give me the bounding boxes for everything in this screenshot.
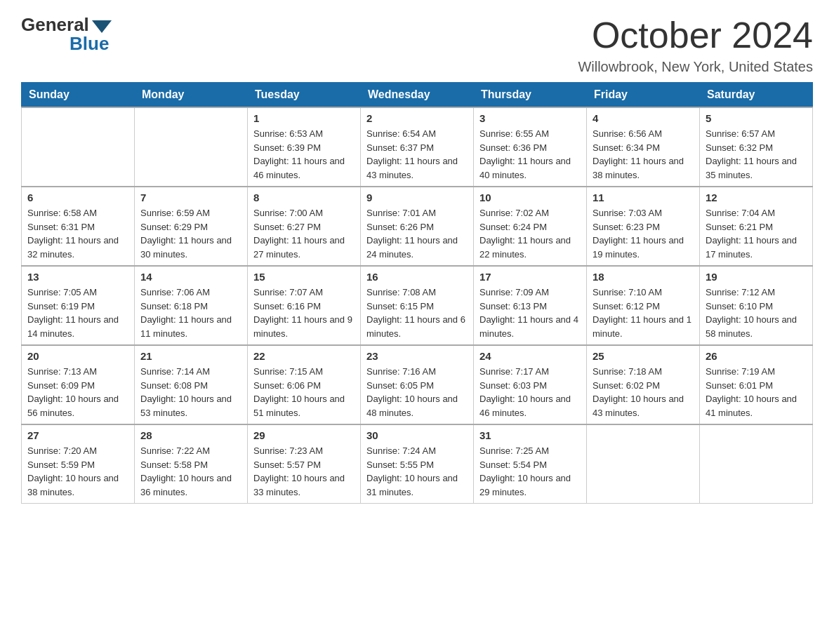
- calendar-cell: 15Sunrise: 7:07 AMSunset: 6:16 PMDayligh…: [248, 266, 361, 345]
- calendar-cell: [700, 424, 813, 504]
- day-info: Sunrise: 6:54 AMSunset: 6:37 PMDaylight:…: [366, 127, 468, 182]
- calendar-week-row: 6Sunrise: 6:58 AMSunset: 6:31 PMDaylight…: [22, 187, 813, 266]
- day-number: 23: [366, 350, 468, 362]
- calendar-cell: 3Sunrise: 6:55 AMSunset: 6:36 PMDaylight…: [474, 107, 587, 187]
- day-info: Sunrise: 7:10 AMSunset: 6:12 PMDaylight:…: [593, 286, 694, 340]
- day-number: 26: [706, 350, 807, 362]
- day-info: Sunrise: 7:01 AMSunset: 6:26 PMDaylight:…: [366, 206, 468, 261]
- calendar-cell: 5Sunrise: 6:57 AMSunset: 6:32 PMDaylight…: [700, 107, 813, 187]
- day-number: 29: [253, 429, 355, 441]
- calendar-cell: 14Sunrise: 7:06 AMSunset: 6:18 PMDayligh…: [135, 266, 248, 345]
- calendar-cell: 27Sunrise: 7:20 AMSunset: 5:59 PMDayligh…: [22, 424, 135, 504]
- day-info: Sunrise: 7:18 AMSunset: 6:02 PMDaylight:…: [593, 365, 694, 420]
- day-info: Sunrise: 7:24 AMSunset: 5:55 PMDaylight:…: [366, 444, 468, 499]
- calendar-cell: 12Sunrise: 7:04 AMSunset: 6:21 PMDayligh…: [700, 187, 813, 266]
- day-info: Sunrise: 7:20 AMSunset: 5:59 PMDaylight:…: [27, 444, 128, 499]
- calendar-cell: 23Sunrise: 7:16 AMSunset: 6:05 PMDayligh…: [361, 345, 474, 424]
- day-info: Sunrise: 7:17 AMSunset: 6:03 PMDaylight:…: [479, 365, 581, 420]
- calendar-cell: 4Sunrise: 6:56 AMSunset: 6:34 PMDaylight…: [587, 107, 700, 187]
- day-info: Sunrise: 6:53 AMSunset: 6:39 PMDaylight:…: [253, 127, 355, 182]
- logo-spacer: [22, 33, 68, 55]
- day-of-week-header: Saturday: [700, 83, 813, 108]
- day-number: 15: [253, 271, 355, 283]
- day-number: 10: [479, 192, 581, 203]
- day-number: 20: [27, 350, 128, 362]
- day-info: Sunrise: 6:59 AMSunset: 6:29 PMDaylight:…: [140, 206, 241, 261]
- calendar-week-row: 1Sunrise: 6:53 AMSunset: 6:39 PMDaylight…: [22, 107, 813, 187]
- calendar-cell: 13Sunrise: 7:05 AMSunset: 6:19 PMDayligh…: [22, 266, 135, 345]
- day-info: Sunrise: 7:04 AMSunset: 6:21 PMDaylight:…: [706, 206, 807, 261]
- day-of-week-header: Wednesday: [361, 83, 474, 108]
- day-number: 13: [27, 271, 128, 283]
- calendar-cell: 31Sunrise: 7:25 AMSunset: 5:54 PMDayligh…: [474, 424, 587, 504]
- page-header: General Blue October 2024 Willowbrook, N…: [21, 14, 813, 75]
- day-of-week-header: Tuesday: [248, 83, 361, 108]
- calendar-cell: [135, 107, 248, 187]
- day-of-week-header: Friday: [587, 83, 700, 108]
- calendar-cell: 22Sunrise: 7:15 AMSunset: 6:06 PMDayligh…: [248, 345, 361, 424]
- day-number: 11: [593, 192, 694, 203]
- day-number: 3: [479, 112, 581, 124]
- day-number: 24: [479, 350, 581, 362]
- calendar-cell: 17Sunrise: 7:09 AMSunset: 6:13 PMDayligh…: [474, 266, 587, 345]
- day-info: Sunrise: 7:19 AMSunset: 6:01 PMDaylight:…: [706, 365, 807, 420]
- day-info: Sunrise: 7:00 AMSunset: 6:27 PMDaylight:…: [253, 206, 355, 261]
- day-info: Sunrise: 7:12 AMSunset: 6:10 PMDaylight:…: [706, 286, 807, 340]
- calendar-cell: 2Sunrise: 6:54 AMSunset: 6:37 PMDaylight…: [361, 107, 474, 187]
- day-number: 2: [366, 112, 468, 124]
- logo: General Blue: [21, 14, 112, 55]
- title-area: October 2024 Willowbrook, New York, Unit…: [578, 14, 813, 75]
- calendar-cell: 7Sunrise: 6:59 AMSunset: 6:29 PMDaylight…: [135, 187, 248, 266]
- day-number: 18: [593, 271, 694, 283]
- day-info: Sunrise: 7:25 AMSunset: 5:54 PMDaylight:…: [479, 444, 581, 499]
- calendar-cell: 30Sunrise: 7:24 AMSunset: 5:55 PMDayligh…: [361, 424, 474, 504]
- calendar-cell: 25Sunrise: 7:18 AMSunset: 6:02 PMDayligh…: [587, 345, 700, 424]
- day-info: Sunrise: 6:57 AMSunset: 6:32 PMDaylight:…: [706, 127, 807, 182]
- day-of-week-header: Thursday: [474, 83, 587, 108]
- calendar-table: SundayMondayTuesdayWednesdayThursdayFrid…: [21, 82, 813, 504]
- day-number: 8: [253, 192, 355, 203]
- calendar-cell: 29Sunrise: 7:23 AMSunset: 5:57 PMDayligh…: [248, 424, 361, 504]
- day-number: 4: [593, 112, 694, 124]
- calendar-cell: 8Sunrise: 7:00 AMSunset: 6:27 PMDaylight…: [248, 187, 361, 266]
- calendar-cell: 16Sunrise: 7:08 AMSunset: 6:15 PMDayligh…: [361, 266, 474, 345]
- calendar-location: Willowbrook, New York, United States: [578, 59, 813, 75]
- calendar-cell: 24Sunrise: 7:17 AMSunset: 6:03 PMDayligh…: [474, 345, 587, 424]
- calendar-cell: 20Sunrise: 7:13 AMSunset: 6:09 PMDayligh…: [22, 345, 135, 424]
- day-info: Sunrise: 7:14 AMSunset: 6:08 PMDaylight:…: [140, 365, 241, 420]
- day-info: Sunrise: 6:55 AMSunset: 6:36 PMDaylight:…: [479, 127, 581, 182]
- calendar-cell: 6Sunrise: 6:58 AMSunset: 6:31 PMDaylight…: [22, 187, 135, 266]
- calendar-cell: 26Sunrise: 7:19 AMSunset: 6:01 PMDayligh…: [700, 345, 813, 424]
- day-number: 16: [366, 271, 468, 283]
- day-number: 14: [140, 271, 241, 283]
- day-info: Sunrise: 7:07 AMSunset: 6:16 PMDaylight:…: [253, 286, 355, 340]
- day-number: 5: [706, 112, 807, 124]
- day-number: 17: [479, 271, 581, 283]
- calendar-week-row: 20Sunrise: 7:13 AMSunset: 6:09 PMDayligh…: [22, 345, 813, 424]
- day-number: 25: [593, 350, 694, 362]
- day-of-week-header: Monday: [135, 83, 248, 108]
- day-info: Sunrise: 7:09 AMSunset: 6:13 PMDaylight:…: [479, 286, 581, 340]
- day-info: Sunrise: 7:02 AMSunset: 6:24 PMDaylight:…: [479, 206, 581, 261]
- day-number: 28: [140, 429, 241, 441]
- day-info: Sunrise: 7:15 AMSunset: 6:06 PMDaylight:…: [253, 365, 355, 420]
- day-info: Sunrise: 7:16 AMSunset: 6:05 PMDaylight:…: [366, 365, 468, 420]
- day-number: 31: [479, 429, 581, 441]
- day-number: 19: [706, 271, 807, 283]
- calendar-cell: 10Sunrise: 7:02 AMSunset: 6:24 PMDayligh…: [474, 187, 587, 266]
- day-number: 30: [366, 429, 468, 441]
- calendar-week-row: 13Sunrise: 7:05 AMSunset: 6:19 PMDayligh…: [22, 266, 813, 345]
- calendar-cell: 18Sunrise: 7:10 AMSunset: 6:12 PMDayligh…: [587, 266, 700, 345]
- day-number: 7: [140, 192, 241, 203]
- calendar-cell: 21Sunrise: 7:14 AMSunset: 6:08 PMDayligh…: [135, 345, 248, 424]
- calendar-cell: 28Sunrise: 7:22 AMSunset: 5:58 PMDayligh…: [135, 424, 248, 504]
- day-of-week-header: Sunday: [22, 83, 135, 108]
- calendar-cell: 19Sunrise: 7:12 AMSunset: 6:10 PMDayligh…: [700, 266, 813, 345]
- day-info: Sunrise: 6:56 AMSunset: 6:34 PMDaylight:…: [593, 127, 694, 182]
- day-info: Sunrise: 6:58 AMSunset: 6:31 PMDaylight:…: [27, 206, 128, 261]
- day-number: 6: [27, 192, 128, 203]
- day-info: Sunrise: 7:03 AMSunset: 6:23 PMDaylight:…: [593, 206, 694, 261]
- calendar-cell: 11Sunrise: 7:03 AMSunset: 6:23 PMDayligh…: [587, 187, 700, 266]
- day-info: Sunrise: 7:05 AMSunset: 6:19 PMDaylight:…: [27, 286, 128, 340]
- calendar-header-row: SundayMondayTuesdayWednesdayThursdayFrid…: [22, 83, 813, 108]
